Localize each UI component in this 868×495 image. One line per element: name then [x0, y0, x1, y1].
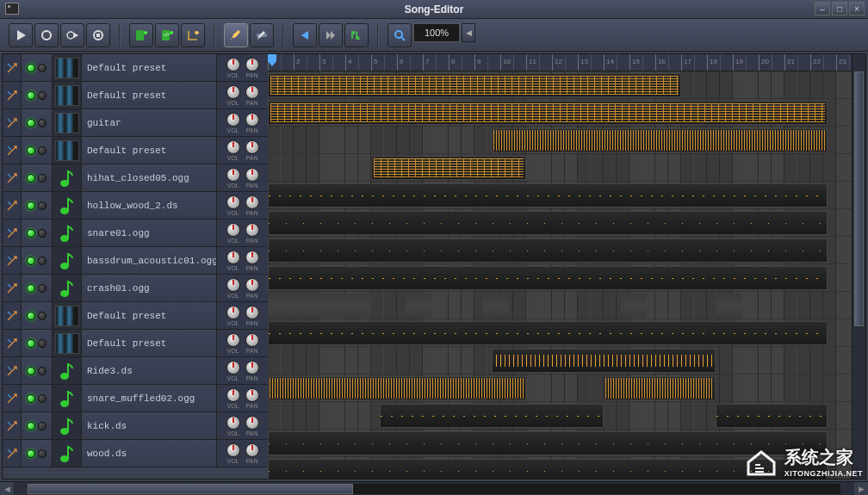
playhead-icon[interactable] — [268, 54, 276, 71]
vertical-scroll-thumb[interactable] — [854, 71, 864, 326]
pan-knob[interactable] — [245, 278, 259, 292]
pattern-clip[interactable] — [621, 294, 647, 318]
stop-button[interactable] — [86, 23, 110, 47]
play-button[interactable] — [9, 23, 33, 47]
pattern-clip[interactable] — [268, 101, 828, 125]
pan-knob[interactable] — [245, 85, 259, 99]
track-type-icon[interactable] — [53, 275, 82, 301]
pan-knob[interactable] — [245, 416, 259, 430]
maximize-button[interactable]: □ — [832, 2, 847, 15]
pattern-clip[interactable] — [604, 376, 716, 400]
track-tools-icon[interactable] — [3, 302, 22, 329]
mute-led[interactable] — [27, 367, 35, 375]
track-name-label[interactable]: snare_muffled02.ogg — [82, 393, 216, 404]
track-name-label[interactable]: Default preset — [82, 90, 216, 101]
mute-led[interactable] — [27, 339, 35, 348]
volume-knob[interactable] — [226, 251, 240, 264]
track-type-icon[interactable] — [53, 385, 82, 411]
mute-led[interactable] — [27, 422, 35, 430]
pattern-clip[interactable] — [268, 321, 828, 345]
track-tools-icon[interactable] — [3, 440, 22, 467]
timeline-row[interactable] — [268, 347, 852, 374]
back-button[interactable] — [293, 23, 317, 47]
track-tools-icon[interactable] — [3, 54, 22, 81]
mute-led[interactable] — [27, 449, 35, 458]
volume-knob[interactable] — [226, 306, 240, 319]
volume-knob[interactable] — [226, 361, 240, 374]
track-type-icon[interactable] — [53, 357, 82, 384]
track-tools-icon[interactable] — [3, 275, 22, 301]
track-type-icon[interactable] — [53, 164, 82, 191]
zoom-field[interactable] — [413, 23, 460, 42]
timeline-row[interactable] — [268, 292, 852, 319]
track-name-label[interactable]: hollow_wood_2.ds — [82, 201, 216, 211]
add-sample-track-button[interactable] — [155, 23, 179, 47]
forward-button[interactable] — [319, 23, 343, 47]
track-type-icon[interactable] — [53, 82, 82, 108]
zoom-dropdown-icon[interactable]: ◀ — [462, 23, 475, 42]
track-type-icon[interactable] — [53, 54, 82, 81]
pan-knob[interactable] — [245, 223, 259, 237]
solo-led[interactable] — [38, 91, 46, 100]
volume-knob[interactable] — [226, 223, 240, 237]
track-name-label[interactable]: Default preset — [82, 63, 216, 73]
track-tools-icon[interactable] — [3, 247, 22, 274]
pattern-clip[interactable] — [268, 376, 526, 400]
track-tools-icon[interactable] — [3, 330, 22, 356]
track-name-label[interactable]: bassdrum_acoustic01.ogg — [82, 256, 216, 266]
solo-led[interactable] — [38, 394, 46, 403]
timeline-row[interactable] — [268, 71, 852, 99]
volume-knob[interactable] — [226, 85, 240, 99]
track-type-icon[interactable] — [53, 192, 82, 219]
timeline-row[interactable] — [268, 127, 852, 154]
pattern-clip[interactable] — [268, 73, 681, 97]
timeline-row[interactable] — [268, 264, 852, 292]
solo-led[interactable] — [38, 284, 46, 293]
track-tools-icon[interactable] — [3, 82, 22, 108]
volume-knob[interactable] — [226, 195, 240, 209]
pattern-clip[interactable] — [483, 294, 509, 318]
timeline-row[interactable] — [268, 182, 852, 209]
timeline-row[interactable] — [268, 319, 852, 347]
track-tools-icon[interactable] — [3, 412, 22, 439]
track-name-label[interactable]: Default preset — [82, 311, 216, 321]
track-name-label[interactable]: crash01.ogg — [82, 283, 216, 294]
track-tools-icon[interactable] — [3, 385, 22, 411]
track-type-icon[interactable] — [53, 137, 82, 164]
pan-knob[interactable] — [245, 168, 259, 182]
volume-knob[interactable] — [226, 58, 240, 71]
pan-knob[interactable] — [245, 333, 259, 347]
volume-knob[interactable] — [226, 140, 240, 154]
track-name-label[interactable]: guitar — [82, 118, 216, 128]
volume-knob[interactable] — [226, 168, 240, 182]
pattern-clip[interactable] — [716, 404, 828, 428]
pattern-clip[interactable] — [268, 294, 371, 318]
scroll-right-icon[interactable]: ▶ — [854, 482, 868, 496]
solo-led[interactable] — [38, 229, 46, 238]
timeline-row[interactable] — [268, 154, 852, 182]
vertical-scrollbar[interactable] — [852, 54, 865, 479]
pattern-clip[interactable] — [371, 156, 526, 180]
pattern-clip[interactable] — [406, 294, 431, 318]
solo-led[interactable] — [38, 257, 46, 265]
record-play-button[interactable] — [60, 23, 84, 47]
pattern-clip[interactable] — [268, 183, 828, 207]
pan-knob[interactable] — [245, 388, 259, 402]
solo-led[interactable] — [38, 367, 46, 375]
track-tools-icon[interactable] — [3, 164, 22, 191]
record-button[interactable] — [34, 23, 59, 47]
pan-knob[interactable] — [245, 195, 259, 209]
track-type-icon[interactable] — [53, 302, 82, 329]
track-name-label[interactable]: snare01.ogg — [82, 228, 216, 238]
pan-knob[interactable] — [245, 443, 259, 457]
mute-led[interactable] — [27, 91, 35, 100]
pattern-clip[interactable] — [268, 238, 828, 263]
pattern-clip[interactable] — [268, 211, 828, 235]
track-tools-icon[interactable] — [3, 109, 22, 136]
track-name-label[interactable]: Default preset — [82, 338, 216, 349]
track-name-label[interactable]: hihat_closed05.ogg — [82, 173, 216, 183]
mute-led[interactable] — [27, 119, 35, 127]
solo-led[interactable] — [38, 174, 46, 183]
track-type-icon[interactable] — [53, 330, 82, 356]
mute-led[interactable] — [27, 257, 35, 265]
